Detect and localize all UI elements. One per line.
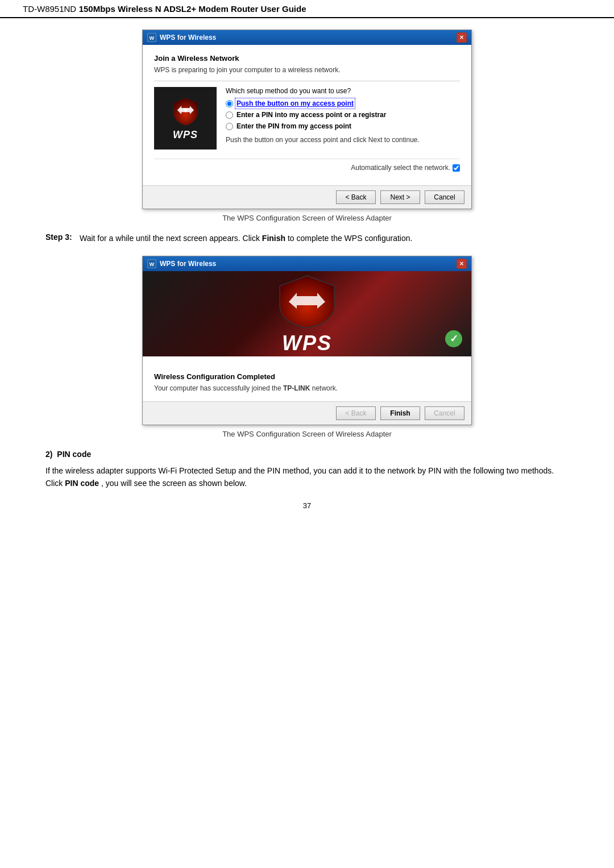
auto-select-label: Automatically select the network. — [351, 164, 450, 172]
dialog1-titlebar: W WPS for Wireless × — [143, 30, 471, 45]
page-content: W WPS for Wireless × Join a Wireless Net… — [0, 30, 614, 490]
dialog2-titlebar: W WPS for Wireless × — [143, 256, 471, 271]
auto-select-row: Automatically select the network. — [154, 159, 460, 176]
dialog1-title: WPS for Wireless — [160, 34, 216, 41]
tp-link-brand: TP-LINK — [283, 384, 310, 392]
back-button-2[interactable]: < Back — [336, 406, 376, 420]
dialog1-titlebar-left: W WPS for Wireless — [147, 33, 216, 42]
step3-text: Wait for a while until the next screen a… — [80, 234, 412, 243]
dialog2: W WPS for Wireless × — [142, 256, 472, 425]
radio-input-1[interactable] — [226, 100, 233, 107]
step3-block: Step 3: Wait for a while until the next … — [45, 232, 569, 244]
step3-content: Wait for a while until the next screen a… — [80, 232, 412, 244]
dialog1-options: Which setup method do you want to use? P… — [226, 87, 460, 149]
cancel-button-2[interactable]: Cancel — [425, 406, 464, 420]
back-button-1[interactable]: < Back — [336, 190, 376, 204]
wps-icon: W — [147, 33, 156, 42]
next-button-1[interactable]: Next > — [380, 190, 420, 204]
dialog1: W WPS for Wireless × Join a Wireless Net… — [142, 30, 472, 209]
radio-input-3[interactable] — [226, 123, 233, 130]
pin-section: 2) PIN code If the wireless adapter supp… — [45, 450, 569, 490]
header-model: TD-W8951ND — [23, 4, 76, 14]
option-hint: Push the button on your access point and… — [226, 136, 460, 144]
svg-text:W: W — [150, 261, 155, 267]
wps-shield-icon — [170, 95, 201, 127]
dialog1-main-content: WPS Which setup method do you want to us… — [154, 87, 460, 149]
dialog2-title: WPS for Wireless — [160, 260, 216, 268]
pin-heading-number: 2) — [45, 450, 52, 459]
page-number: 37 — [303, 501, 311, 510]
pin-heading-text: PIN code — [57, 450, 91, 459]
radio-label-2: Enter a PIN into my access point or a re… — [237, 111, 386, 119]
finish-button[interactable]: Finish — [380, 406, 420, 420]
radio-option-3: Enter the PIN from my access point — [226, 122, 460, 130]
option-question: Which setup method do you want to use? — [226, 87, 460, 95]
pin-code-link: PIN code — [65, 479, 99, 488]
completed-desc-text2: network. — [312, 384, 338, 392]
radio-option-2: Enter a PIN into my access point or a re… — [226, 111, 460, 119]
radio-input-2[interactable] — [226, 111, 233, 119]
radio-option-1: Push the button on my access point — [226, 99, 460, 107]
caption1: The WPS Configuration Screen of Wireless… — [222, 214, 392, 222]
wps-text-logo: WPS — [170, 129, 201, 141]
header-title: 150Mbps Wireless N ADSL2+ Modem Router U… — [79, 4, 306, 14]
page-footer: 37 — [0, 490, 614, 516]
page-header: TD-W8951ND 150Mbps Wireless N ADSL2+ Mod… — [0, 0, 614, 18]
dialog2-footer: < Back Finish Cancel — [143, 401, 471, 425]
wps-large-text: WPS — [273, 331, 341, 355]
dialog1-separator — [154, 81, 460, 81]
cancel-button-1[interactable]: Cancel — [425, 190, 464, 204]
wps-image-box: WPS ✓ — [143, 271, 471, 356]
auto-select-checkbox[interactable] — [453, 164, 460, 172]
wps-logo-box: WPS — [154, 87, 217, 149]
dialog1-wrapper: W WPS for Wireless × Join a Wireless Net… — [45, 30, 569, 222]
wps-large-shield-icon — [273, 272, 341, 329]
dialog1-close-button[interactable]: × — [457, 32, 467, 43]
pin-heading: 2) PIN code — [45, 450, 569, 459]
svg-text:W: W — [150, 35, 155, 41]
caption2: The WPS Configuration Screen of Wireless… — [222, 430, 392, 438]
radio-label-1: Push the button on my access point — [237, 99, 354, 107]
wps-large-logo: WPS — [273, 272, 341, 355]
pin-body-text2: , you will see the screen as shown below… — [101, 479, 247, 488]
radio-label-3: Enter the PIN from my access point — [237, 122, 351, 130]
dialog1-footer: < Back Next > Cancel — [143, 185, 471, 209]
dialog1-body: Join a Wireless Network WPS is preparing… — [143, 45, 471, 185]
step3-label: Step 3: — [45, 232, 80, 244]
wps-logo-inner: WPS — [170, 95, 201, 141]
checkmark-icon: ✓ — [445, 330, 462, 347]
completed-desc: Your computer has successfully joined th… — [154, 384, 460, 392]
completed-title: Wireless Configuration Completed — [154, 372, 460, 381]
dialog1-subtitle: WPS is preparing to join your computer t… — [154, 66, 460, 74]
wps-icon-2: W — [147, 259, 156, 268]
pin-body: If the wireless adapter supports Wi-Fi P… — [45, 464, 569, 490]
completed-desc-text1: Your computer has successfully joined th… — [154, 384, 281, 392]
dialog2-wrapper: W WPS for Wireless × — [45, 256, 569, 438]
dialog2-close-button[interactable]: × — [457, 259, 467, 269]
dialog1-section-title: Join a Wireless Network — [154, 54, 460, 63]
dialog2-titlebar-left: W WPS for Wireless — [147, 259, 216, 268]
dialog2-body: Wireless Configuration Completed Your co… — [143, 356, 471, 401]
